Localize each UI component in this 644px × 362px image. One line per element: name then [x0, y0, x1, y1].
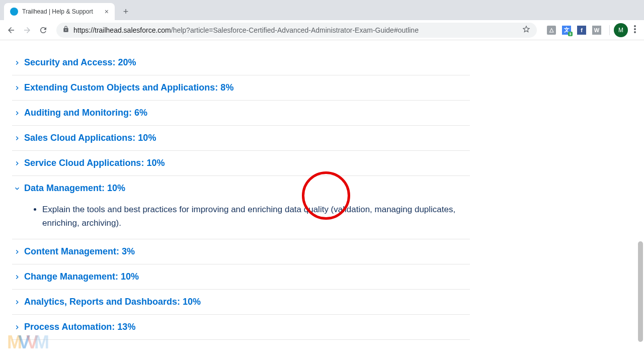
forward-button[interactable]: [20, 23, 34, 37]
outline-toggle[interactable]: Change Management: 10%: [12, 272, 470, 282]
outline-title: Service Cloud Applications: 10%: [24, 158, 165, 168]
translate-extension-icon[interactable]: 文3: [562, 26, 571, 35]
outline-toggle[interactable]: Content Management: 3%: [12, 246, 470, 257]
outline-title: Security and Access: 20%: [24, 57, 136, 68]
outline-item: Analytics, Reports and Dashboards: 10%: [12, 290, 470, 315]
profile-avatar[interactable]: M: [614, 23, 628, 37]
outline-toggle[interactable]: Auditing and Monitoring: 6%: [12, 108, 470, 118]
outline-title: Extending Custom Objects and Application…: [24, 82, 233, 93]
browser-menu-button[interactable]: [630, 25, 640, 35]
page-content[interactable]: Security and Access: 20%Extending Custom…: [0, 40, 644, 362]
divider: [609, 25, 610, 35]
outline-title: Sales Cloud Applications: 10%: [24, 133, 156, 143]
chevron-right-icon: [12, 272, 22, 282]
outline-item: Service Cloud Applications: 10%: [12, 151, 470, 176]
address-bar[interactable]: https://trailhead.salesforce.com/help?ar…: [56, 23, 537, 38]
chevron-right-icon: [12, 322, 22, 332]
outline-toggle[interactable]: Extending Custom Objects and Application…: [12, 82, 470, 93]
lock-icon: [62, 26, 69, 35]
wikipedia-extension-icon[interactable]: W: [592, 26, 601, 35]
chevron-right-icon: [12, 133, 22, 143]
svg-point-2: [634, 31, 636, 33]
chevron-down-icon: [12, 184, 22, 194]
outline-title: Analytics, Reports and Dashboards: 10%: [24, 297, 201, 307]
outline-title: Process Automation: 13%: [24, 322, 135, 332]
outline-item: Change Management: 10%: [12, 264, 470, 290]
outline-title: Data Management: 10%: [24, 183, 125, 194]
scrollbar-track: [637, 40, 644, 362]
browser-tab[interactable]: Trailhead | Help & Support ×: [4, 3, 115, 20]
browser-toolbar: https://trailhead.salesforce.com/help?ar…: [0, 20, 644, 40]
outline-item: Auditing and Monitoring: 6%: [12, 101, 470, 126]
outline-content: Explain the tools and best practices for…: [12, 194, 470, 232]
outline-toggle[interactable]: Data Management: 10%: [12, 183, 470, 194]
chevron-right-icon: [12, 58, 22, 68]
outline-item: Process Automation: 13%: [12, 315, 470, 340]
outline-item: Extending Custom Objects and Application…: [12, 75, 470, 101]
outline-toggle[interactable]: Sales Cloud Applications: 10%: [12, 133, 470, 143]
url-text: https://trailhead.salesforce.com/help?ar…: [73, 26, 518, 34]
svg-point-1: [634, 28, 636, 30]
bookmark-star-icon[interactable]: [522, 25, 531, 36]
outline-toggle[interactable]: Analytics, Reports and Dashboards: 10%: [12, 297, 470, 307]
new-tab-button[interactable]: +: [119, 5, 133, 19]
drive-extension-icon[interactable]: △: [547, 26, 556, 35]
close-tab-icon[interactable]: ×: [105, 8, 109, 16]
reload-button[interactable]: [36, 23, 50, 37]
back-button[interactable]: [4, 23, 18, 37]
outline-title: Change Management: 10%: [24, 272, 139, 282]
outline-item: Sales Cloud Applications: 10%: [12, 126, 470, 151]
tab-title: Trailhead | Help & Support: [22, 8, 101, 15]
outline-toggle[interactable]: Security and Access: 20%: [12, 57, 470, 68]
extension-icons: △ 文3 f W: [543, 26, 605, 35]
outline-toggle[interactable]: Service Cloud Applications: 10%: [12, 158, 470, 168]
outline-toggle[interactable]: Process Automation: 13%: [12, 322, 470, 332]
chevron-right-icon: [12, 108, 22, 118]
chevron-right-icon: [12, 247, 22, 257]
outline-item: Content Management: 3%: [12, 239, 470, 264]
scrollbar-thumb[interactable]: [638, 241, 643, 342]
watermark-logo: M V V M: [7, 332, 45, 353]
outline-bullet: Explain the tools and best practices for…: [42, 203, 470, 230]
facebook-extension-icon[interactable]: f: [577, 26, 586, 35]
favicon-icon: [10, 8, 18, 16]
chevron-right-icon: [12, 158, 22, 168]
browser-tab-bar: Trailhead | Help & Support × +: [0, 0, 644, 20]
outline-item: Security and Access: 20%: [12, 50, 470, 75]
outline-item: Data Management: 10%Explain the tools an…: [12, 176, 470, 239]
outline-title: Auditing and Monitoring: 6%: [24, 108, 147, 118]
exam-outline-list: Security and Access: 20%Extending Custom…: [12, 50, 470, 340]
chevron-right-icon: [12, 83, 22, 93]
outline-title: Content Management: 3%: [24, 246, 135, 257]
svg-point-0: [634, 25, 636, 27]
chevron-right-icon: [12, 297, 22, 307]
